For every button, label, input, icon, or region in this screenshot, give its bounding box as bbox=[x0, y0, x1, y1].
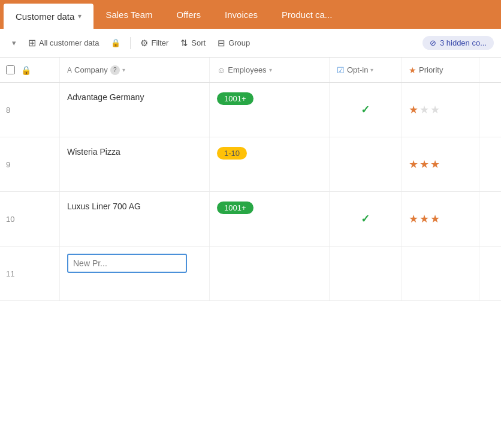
row-11-check-lock: 11 bbox=[0, 246, 60, 300]
row-9-company[interactable]: Wisteria Pizza bbox=[60, 137, 210, 191]
header-employees[interactable]: ☺ Employees ▾ bbox=[210, 58, 330, 82]
nav-tab-sales-team[interactable]: Sales Team bbox=[93, 0, 164, 29]
nav-tab-offers-label: Offers bbox=[177, 10, 201, 20]
star-3-icon[interactable]: ★ bbox=[430, 212, 440, 225]
new-company-input[interactable] bbox=[67, 254, 187, 273]
header-optin[interactable]: ☑ Opt-in ▾ bbox=[330, 58, 402, 82]
company-sort-icon[interactable]: ▾ bbox=[122, 67, 125, 73]
view-label: All customer data bbox=[39, 38, 99, 47]
filter-icon: ⚙ bbox=[140, 38, 148, 49]
star-2-icon[interactable]: ★ bbox=[419, 103, 429, 116]
header-employees-label: Employees bbox=[228, 65, 266, 74]
employees-sort-icon[interactable]: ▾ bbox=[269, 67, 272, 73]
nav-tab-invoices-label: Invoices bbox=[225, 10, 258, 20]
row-11-number: 11 bbox=[6, 269, 14, 278]
row-8-number: 8 bbox=[6, 106, 10, 115]
select-all-checkbox[interactable] bbox=[6, 65, 15, 74]
nav-tab-customer-data[interactable]: Customer data ▾ bbox=[4, 4, 93, 29]
header-company-label: Company bbox=[74, 65, 108, 74]
header-priority[interactable]: ★ Priority bbox=[402, 58, 479, 82]
nav-tab-product-cat[interactable]: Product ca... bbox=[270, 0, 344, 29]
row-10-stars[interactable]: ★ ★ ★ bbox=[409, 212, 440, 225]
row-10-number: 10 bbox=[6, 215, 14, 224]
chevron-down-icon: ▾ bbox=[12, 38, 16, 47]
row-8-check-lock: 8 bbox=[0, 83, 60, 137]
table-view-icon: ⊞ bbox=[28, 37, 36, 49]
table-row: 8 Advantage Germany 1001+ ✓ ★ ★ ★ bbox=[0, 83, 501, 137]
dropdown-arrow-icon: ▾ bbox=[78, 12, 82, 20]
lock-button[interactable]: 🔒 bbox=[106, 35, 125, 50]
header-company[interactable]: A Company ? ▾ bbox=[60, 58, 210, 82]
row-9-number: 9 bbox=[6, 160, 10, 169]
hidden-columns-button[interactable]: ⊘ 3 hidden co... bbox=[422, 36, 494, 50]
nav-tab-invoices[interactable]: Invoices bbox=[213, 0, 270, 29]
optin-sort-icon[interactable]: ▾ bbox=[370, 67, 373, 73]
toolbar: ▾ ⊞ All customer data 🔒 ⚙ Filter ⇅ Sort … bbox=[0, 29, 501, 58]
row-9-check-lock: 9 bbox=[0, 137, 60, 191]
table-row-new: 11 bbox=[0, 246, 501, 301]
star-1-icon[interactable]: ★ bbox=[409, 212, 418, 225]
row-10-checkmark-icon: ✓ bbox=[361, 212, 370, 225]
star-2-icon[interactable]: ★ bbox=[419, 158, 429, 171]
sort-label: Sort bbox=[191, 38, 206, 47]
help-icon[interactable]: ? bbox=[110, 65, 120, 75]
star-1-icon[interactable]: ★ bbox=[409, 158, 418, 171]
row-9-employees-badge: 1-10 bbox=[217, 147, 247, 160]
row-10-employees-badge: 1001+ bbox=[217, 202, 253, 214]
row-9-optin bbox=[330, 137, 402, 191]
eye-slash-icon: ⊘ bbox=[430, 38, 436, 47]
row-8-priority[interactable]: ★ ★ ★ bbox=[402, 83, 479, 137]
row-10-employees: 1001+ bbox=[210, 192, 330, 246]
star-3-icon[interactable]: ★ bbox=[430, 103, 440, 116]
nav-tab-offers[interactable]: Offers bbox=[165, 0, 213, 29]
table-row: 10 Luxus Liner 700 AG 1001+ ✓ ★ ★ ★ bbox=[0, 192, 501, 246]
star-2-icon[interactable]: ★ bbox=[419, 212, 429, 225]
row-9-stars[interactable]: ★ ★ ★ bbox=[409, 158, 440, 171]
row-10-check-lock: 10 bbox=[0, 192, 60, 246]
table-header: 🔒 A Company ? ▾ ☺ Employees ▾ ☑ Opt-in ▾… bbox=[0, 58, 501, 83]
row-9-company-name: Wisteria Pizza bbox=[67, 147, 120, 157]
toolbar-separator bbox=[130, 37, 131, 49]
group-label: Group bbox=[228, 38, 250, 47]
group-icon: ⊟ bbox=[218, 38, 225, 49]
row-11-priority bbox=[402, 246, 479, 300]
top-navigation: Customer data ▾ Sales Team Offers Invoic… bbox=[0, 0, 501, 29]
row-10-optin: ✓ bbox=[330, 192, 402, 246]
lock-icon: 🔒 bbox=[111, 38, 120, 47]
priority-star-icon: ★ bbox=[409, 65, 417, 75]
row-8-optin: ✓ bbox=[330, 83, 402, 137]
star-1-icon[interactable]: ★ bbox=[409, 103, 418, 116]
filter-label: Filter bbox=[151, 38, 168, 47]
row-8-stars[interactable]: ★ ★ ★ bbox=[409, 103, 440, 116]
view-selector[interactable]: ⊞ All customer data bbox=[23, 34, 104, 52]
row-11-optin bbox=[330, 246, 402, 300]
sort-button[interactable]: ⇅ Sort bbox=[176, 35, 210, 52]
row-11-company[interactable] bbox=[60, 246, 210, 300]
nav-tab-product-cat-label: Product ca... bbox=[282, 10, 332, 20]
table-row: 9 Wisteria Pizza 1-10 ★ ★ ★ bbox=[0, 137, 501, 192]
group-button[interactable]: ⊟ Group bbox=[213, 35, 255, 52]
row-10-priority[interactable]: ★ ★ ★ bbox=[402, 192, 479, 246]
lock-header-icon: 🔒 bbox=[21, 65, 31, 75]
sort-icon: ⇅ bbox=[180, 38, 188, 49]
row-8-employees-badge: 1001+ bbox=[217, 92, 253, 105]
row-8-employees: 1001+ bbox=[210, 83, 330, 137]
row-8-company[interactable]: Advantage Germany bbox=[60, 83, 210, 137]
row-11-employees bbox=[210, 246, 330, 300]
row-9-employees: 1-10 bbox=[210, 137, 330, 191]
optin-type-icon: ☑ bbox=[337, 65, 345, 75]
header-priority-label: Priority bbox=[419, 65, 443, 74]
employees-type-icon: ☺ bbox=[217, 65, 225, 75]
filter-button[interactable]: ⚙ Filter bbox=[135, 35, 173, 52]
star-3-icon[interactable]: ★ bbox=[430, 158, 440, 171]
row-8-company-name: Advantage Germany bbox=[67, 92, 144, 102]
row-9-priority[interactable]: ★ ★ ★ bbox=[402, 137, 479, 191]
row-10-company-name: Luxus Liner 700 AG bbox=[67, 202, 141, 211]
collapse-button[interactable]: ▾ bbox=[7, 35, 21, 50]
nav-tab-customer-data-label: Customer data bbox=[16, 11, 74, 22]
header-optin-label: Opt-in bbox=[347, 65, 368, 74]
nav-tab-sales-team-label: Sales Team bbox=[105, 10, 152, 20]
row-10-company[interactable]: Luxus Liner 700 AG bbox=[60, 192, 210, 246]
company-type-icon: A bbox=[67, 66, 72, 74]
table-body: 8 Advantage Germany 1001+ ✓ ★ ★ ★ 9 Wist… bbox=[0, 83, 501, 301]
